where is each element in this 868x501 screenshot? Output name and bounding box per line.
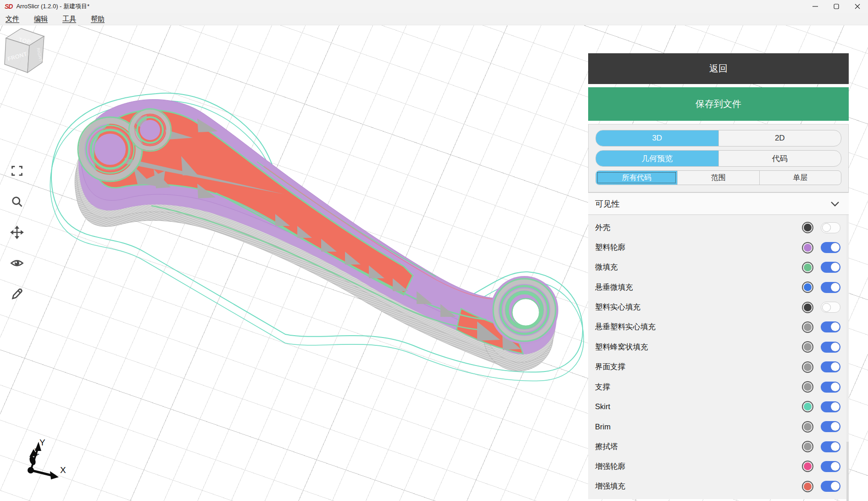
toggle-knob — [831, 383, 840, 391]
axis-x-label: X — [60, 465, 66, 475]
maximize-icon — [834, 4, 839, 9]
visibility-row: Brim — [588, 417, 849, 437]
app-logo: SD — [5, 3, 12, 10]
close-icon — [855, 4, 860, 9]
tab-单层[interactable]: 单层 — [759, 171, 841, 185]
visibility-toggle[interactable] — [821, 282, 840, 293]
visibility-toggle[interactable] — [821, 441, 840, 452]
layer-color-swatch[interactable] — [802, 361, 813, 373]
visibility-toggle[interactable] — [821, 421, 840, 432]
panel-scrollbar[interactable] — [846, 215, 849, 499]
measure-button[interactable] — [9, 286, 25, 302]
zoom-icon — [11, 195, 23, 208]
visibility-toggle[interactable] — [821, 461, 840, 472]
layer-color-swatch[interactable] — [802, 341, 813, 353]
visibility-row: 悬垂塑料实心填充 — [588, 317, 849, 337]
toggle-knob — [831, 263, 840, 271]
visibility-row: 擦拭塔 — [588, 437, 849, 456]
layer-color-swatch[interactable] — [802, 481, 813, 492]
preview-mode-box: 3D2D 几何预览代码 所有代码范围单层 — [588, 124, 849, 192]
visibility-row-label: 悬垂塑料实心填充 — [595, 322, 802, 332]
visibility-row-label: 塑料蜂窝状填充 — [595, 342, 802, 352]
menu-item-帮助[interactable]: 帮助 — [89, 14, 106, 24]
toggle-knob — [831, 243, 840, 252]
title-bar: SD ArroSlicr (1.2.0) - 新建项目* — [0, 0, 868, 13]
toggle-knob — [831, 322, 840, 331]
layer-color-swatch[interactable] — [802, 281, 813, 293]
visibility-toggle[interactable] — [821, 401, 840, 412]
visibility-row: 微填充 — [588, 258, 849, 277]
maximize-button[interactable] — [826, 0, 847, 13]
visibility-row-label: 外壳 — [595, 223, 802, 233]
visibility-section-header[interactable]: 可见性 — [588, 192, 849, 215]
save-to-file-button[interactable]: 保存到文件 — [588, 87, 849, 121]
menu-item-工具[interactable]: 工具 — [61, 14, 78, 24]
layer-color-swatch[interactable] — [802, 401, 813, 412]
visibility-row-label: 界面支撑 — [595, 362, 802, 372]
viewport-3d[interactable]: TOP FRONT RIGHT Y Z X — [0, 25, 868, 501]
viewport-toolbar — [9, 163, 25, 302]
layer-color-swatch[interactable] — [802, 242, 813, 253]
zoom-button[interactable] — [9, 194, 25, 209]
layer-color-swatch[interactable] — [802, 321, 813, 333]
visibility-row-label: 塑料实心填充 — [595, 302, 802, 312]
layer-color-swatch[interactable] — [802, 262, 813, 273]
layer-color-swatch[interactable] — [802, 421, 813, 433]
visibility-row: Skirt — [588, 397, 849, 417]
visibility-row-label: Brim — [595, 422, 802, 431]
visibility-title: 可见性 — [595, 198, 620, 209]
preview-mode-tabs: 几何预览代码 — [595, 150, 841, 167]
axis-y-label: Y — [39, 438, 45, 447]
model-round-end — [490, 276, 558, 344]
visibility-toggle[interactable] — [821, 262, 840, 273]
visibility-row-label: 增强轮廓 — [595, 462, 802, 472]
menu-item-编辑[interactable]: 编辑 — [32, 14, 50, 24]
visibility-toggle[interactable] — [821, 342, 840, 353]
layer-color-swatch[interactable] — [802, 441, 813, 452]
view-dimension-tabs: 3D2D — [595, 130, 841, 146]
panel-scrollbar-thumb[interactable] — [846, 442, 849, 501]
back-button[interactable]: 返回 — [588, 53, 849, 84]
chevron-down-icon[interactable] — [830, 201, 840, 207]
visibility-button[interactable] — [9, 255, 25, 271]
toggle-knob — [831, 362, 840, 371]
visibility-toggle[interactable] — [821, 242, 840, 253]
tab-代码[interactable]: 代码 — [718, 151, 841, 166]
visibility-row: 界面支撑 — [588, 357, 849, 377]
tab-2D[interactable]: 2D — [718, 130, 841, 146]
visibility-row: 增强轮廓 — [588, 456, 849, 476]
visibility-row: 外壳 — [588, 218, 849, 237]
layer-color-swatch[interactable] — [802, 222, 813, 233]
visibility-toggle[interactable] — [821, 481, 840, 492]
visibility-toggle[interactable] — [821, 321, 840, 332]
layer-color-swatch[interactable] — [802, 381, 813, 393]
window-title: ArroSlicr (1.2.0) - 新建项目* — [16, 2, 89, 11]
layer-color-swatch[interactable] — [802, 302, 813, 313]
minimize-button[interactable] — [805, 0, 826, 13]
fit-view-icon — [11, 164, 23, 177]
view-cube[interactable]: TOP FRONT RIGHT — [5, 28, 44, 73]
close-button[interactable] — [847, 0, 868, 13]
visibility-toggle[interactable] — [821, 382, 840, 393]
visibility-row-label: 塑料轮廓 — [595, 242, 802, 253]
visibility-toggle[interactable] — [821, 361, 840, 372]
tab-几何预览[interactable]: 几何预览 — [596, 151, 718, 166]
preview-panel: 返回 保存到文件 3D2D 几何预览代码 所有代码范围单层 可见性 外壳 塑料轮… — [588, 53, 849, 499]
toggle-knob — [831, 482, 840, 490]
visibility-toggle[interactable] — [821, 302, 840, 313]
menu-item-文件[interactable]: 文件 — [4, 14, 21, 24]
fit-view-button[interactable] — [9, 163, 25, 179]
tab-所有代码[interactable]: 所有代码 — [596, 171, 677, 185]
toggle-knob — [822, 303, 831, 312]
tab-3D[interactable]: 3D — [596, 130, 718, 146]
tab-范围[interactable]: 范围 — [677, 171, 759, 185]
visibility-toggle[interactable] — [821, 222, 840, 233]
toggle-knob — [831, 283, 840, 292]
move-button[interactable] — [9, 225, 25, 240]
toggle-knob — [822, 223, 831, 232]
axis-indicator: Y Z X — [28, 438, 66, 479]
visibility-row: 增强填充 — [588, 477, 849, 496]
minimize-icon — [812, 4, 818, 9]
layer-color-swatch[interactable] — [802, 461, 813, 472]
toggle-knob — [831, 422, 840, 431]
